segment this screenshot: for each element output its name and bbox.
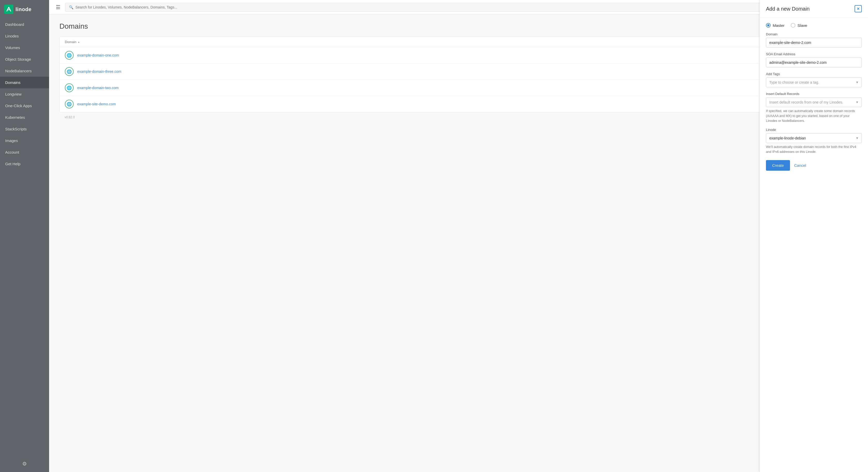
soa-label: SOA Email Address (766, 52, 862, 56)
tags-select-wrapper: Type to choose or create a tag. ▼ (766, 77, 862, 87)
linode-field-group: Linode example-linode-debian ▼ We'll aut… (766, 128, 862, 154)
search-icon: 🔍 (69, 5, 73, 9)
domain-cell: 🌐 example-site-demo.com (65, 100, 821, 108)
sidebar-item-volumes[interactable]: Volumes (0, 42, 49, 54)
logo-text: linode (16, 6, 32, 12)
radio-master-label: Master (773, 23, 784, 28)
content-area: Domains Group by Tag: Domain ▲ Type ⇅ 🌐 … (49, 14, 868, 472)
create-button[interactable]: Create (766, 160, 790, 171)
radio-master[interactable]: Master (766, 23, 784, 28)
domain-type-radio-group: Master Slave (766, 23, 862, 28)
main-wrapper: ☰ 🔍 Domains Group by Tag: Domain ▲ Type … (49, 0, 868, 472)
domain-input[interactable] (766, 38, 862, 48)
sidebar-item-object-storage[interactable]: Object Storage (0, 54, 49, 65)
domain-name: example-site-demo.com (77, 102, 116, 106)
globe-icon: 🌐 (65, 51, 74, 60)
sidebar-item-nodebalancers[interactable]: NodeBalancers (0, 65, 49, 77)
soa-input[interactable] (766, 58, 862, 67)
panel-body: Master Slave Domain SOA Email Address Ad… (760, 18, 868, 176)
sidebar-item-account[interactable]: Account (0, 147, 49, 158)
sidebar-item-domains[interactable]: Domains (0, 77, 49, 88)
insert-records-select[interactable]: Insert default records from one of my Li… (766, 97, 862, 107)
sidebar-item-longview[interactable]: Longview (0, 88, 49, 100)
table-header: Domain ▲ Type ⇅ (60, 37, 858, 47)
soa-field-group: SOA Email Address (766, 52, 862, 67)
insert-records-field-group: Insert Default Records Insert default re… (766, 92, 862, 123)
radio-slave-circle (791, 23, 796, 28)
page-header: Domains Group by Tag: (59, 22, 858, 30)
topbar: ☰ 🔍 (49, 0, 868, 14)
sidebar-item-kubernetes[interactable]: Kubernetes (0, 112, 49, 123)
sidebar-footer: ⚙ (0, 455, 49, 472)
sidebar-item-images[interactable]: Images (0, 135, 49, 147)
version-text: v0.82.0 (59, 112, 858, 122)
radio-slave-label: Slave (798, 23, 807, 28)
linode-select[interactable]: example-linode-debian (766, 133, 862, 143)
tags-label: Add Tags (766, 72, 862, 76)
domains-table: Domain ▲ Type ⇅ 🌐 example-domain-one.com… (59, 37, 858, 112)
globe-icon: 🌐 (65, 100, 74, 108)
insert-records-helper: If specified, we can automatically creat… (766, 109, 862, 123)
sidebar-nav: Dashboard Linodes Volumes Object Storage… (0, 19, 49, 455)
sidebar-item-dashboard[interactable]: Dashboard (0, 19, 49, 30)
insert-records-select-wrapper: Insert default records from one of my Li… (766, 97, 862, 107)
domain-field-group: Domain (766, 32, 862, 48)
panel-header: Add a new Domain ✕ (760, 0, 868, 18)
domain-cell: 🌐 example-domain-one.com (65, 51, 821, 60)
domain-label: Domain (766, 32, 862, 36)
domain-name: example-domain-two.com (77, 86, 119, 90)
domain-name: example-domain-one.com (77, 53, 119, 57)
domain-cell: 🌐 example-domain-three.com (65, 67, 821, 76)
sidebar-item-get-help[interactable]: Get Help (0, 158, 49, 170)
radio-slave[interactable]: Slave (791, 23, 807, 28)
table-row[interactable]: 🌐 example-domain-two.com master (60, 80, 858, 96)
table-row[interactable]: 🌐 example-domain-one.com master (60, 47, 858, 64)
sort-icon-domain: ▲ (78, 40, 80, 43)
panel-title: Add a new Domain (766, 6, 810, 12)
globe-icon: 🌐 (65, 67, 74, 76)
table-row[interactable]: 🌐 example-domain-three.com master (60, 64, 858, 80)
menu-button[interactable]: ☰ (54, 3, 62, 12)
close-panel-button[interactable]: ✕ (855, 5, 862, 12)
col-domain-header: Domain ▲ (65, 40, 821, 44)
sidebar-item-stackscripts[interactable]: StackScripts (0, 123, 49, 135)
cancel-button[interactable]: Cancel (794, 163, 806, 167)
sidebar: linode Dashboard Linodes Volumes Object … (0, 0, 49, 472)
search-bar: 🔍 (65, 3, 863, 11)
search-input[interactable] (75, 5, 859, 9)
domain-cell: 🌐 example-domain-two.com (65, 84, 821, 92)
linode-logo-icon (4, 5, 13, 14)
settings-icon[interactable]: ⚙ (22, 461, 27, 467)
svg-rect-0 (4, 5, 13, 14)
linode-helper: We'll automatically create domain record… (766, 145, 862, 154)
domain-name: example-domain-three.com (77, 69, 121, 73)
tags-field-group: Add Tags Type to choose or create a tag.… (766, 72, 862, 87)
panel-actions: Create Cancel (766, 160, 862, 171)
linode-select-wrapper: example-linode-debian ▼ (766, 133, 862, 143)
radio-master-circle (766, 23, 771, 28)
globe-icon: 🌐 (65, 84, 74, 92)
linode-label: Linode (766, 128, 862, 132)
insert-records-label: Insert Default Records (766, 92, 862, 96)
page-title: Domains (59, 22, 88, 30)
sidebar-logo: linode (0, 0, 49, 19)
tags-select[interactable]: Type to choose or create a tag. (766, 77, 862, 87)
table-row[interactable]: 🌐 example-site-demo.com master (60, 96, 858, 112)
sidebar-item-one-click-apps[interactable]: One-Click Apps (0, 100, 49, 112)
sidebar-item-linodes[interactable]: Linodes (0, 30, 49, 42)
add-domain-panel: Add a new Domain ✕ Master Slave Domain (760, 0, 868, 472)
